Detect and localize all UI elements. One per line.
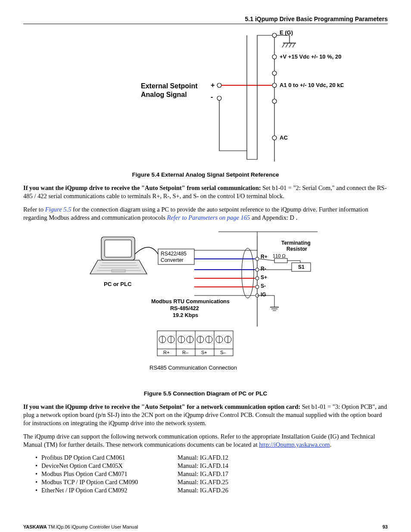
ground-icon bbox=[277, 35, 296, 47]
footer-doc: TM.iQp.06 iQpump Controller User Manual bbox=[47, 524, 138, 529]
figure-5-4: External Setpoint Analog Signal + - E (G… bbox=[23, 30, 388, 168]
svg-line-1 bbox=[282, 43, 285, 47]
block-rminus: R– bbox=[182, 350, 189, 355]
block-splus: S+ bbox=[201, 350, 207, 355]
svg-rect-8 bbox=[105, 240, 131, 257]
term-res-l1: Terminating bbox=[281, 240, 311, 246]
opt-manual: Manual: IG.AFD.17 bbox=[177, 470, 228, 478]
opt-manual: Manual: IG.AFD.12 bbox=[177, 454, 228, 461]
ac-label: AC bbox=[280, 134, 288, 141]
page-footer: YASKAWA TM.iQp.06 iQpump Controller User… bbox=[23, 524, 388, 529]
analog-signal-label: Analog Signal bbox=[141, 91, 187, 98]
footer-page-number: 93 bbox=[383, 524, 388, 529]
resistor-icon bbox=[274, 258, 287, 263]
v-terminal-icon bbox=[272, 55, 277, 59]
list-item: •Modbus Plus Option Card CM071 Manual: I… bbox=[35, 470, 388, 478]
para2-pre: Refer to bbox=[23, 206, 45, 213]
paragraph-serial-com: If you want the iQpump drive to receive … bbox=[23, 184, 388, 200]
v-line-label: +V +15 Vdc +/- 10 %, 20 mA bbox=[280, 53, 343, 60]
sminus-term bbox=[255, 285, 259, 289]
list-item: •EtherNet / IP Option Card CM092 Manual:… bbox=[35, 487, 388, 494]
svg-line-4 bbox=[293, 43, 295, 47]
figure-5-5-caption: Figure 5.5 Connection Diagram of PC or P… bbox=[23, 390, 388, 397]
block-sminus: S– bbox=[220, 350, 226, 355]
external-setpoint-label: External Setpoint bbox=[141, 82, 198, 90]
option-card-list: •Profibus DP Option Card CM061 Manual: I… bbox=[35, 454, 388, 494]
ohm-label: 110 Ω bbox=[273, 253, 286, 258]
mid1-terminal-icon bbox=[272, 71, 277, 75]
para4-post: . bbox=[330, 441, 332, 448]
a1-line-label: A1 0 to +/- 10 Vdc, 20 kΩ* bbox=[280, 82, 343, 88]
rs485-conn-caption: RS485 Communication Connection bbox=[149, 364, 237, 371]
ac-terminal-icon bbox=[272, 136, 277, 140]
a1-terminal-icon bbox=[272, 83, 277, 87]
opt-manual: Manual: IG.AFD.14 bbox=[177, 462, 228, 470]
plus-terminal-icon bbox=[217, 83, 221, 87]
converter-l2: Converter bbox=[161, 257, 184, 263]
splus-term bbox=[255, 277, 259, 280]
s1-label: S1 bbox=[298, 264, 305, 270]
s-minus-label: S- bbox=[261, 283, 266, 289]
paragraph-refer-fig55: Refer to Figure 5.5 for the connection d… bbox=[23, 205, 388, 222]
ig-label: IG bbox=[261, 292, 266, 298]
pc-or-plc-label: PC or PLC bbox=[104, 281, 132, 287]
opt-name: Modbus Plus Option Card CM071 bbox=[41, 470, 128, 477]
plus-label: + bbox=[211, 81, 215, 89]
svg-line-3 bbox=[289, 43, 292, 47]
opt-manual: Manual: IG.AFD.25 bbox=[177, 479, 228, 486]
ig-ground-icon bbox=[257, 296, 279, 311]
laptop-icon bbox=[90, 237, 147, 274]
rplus-term bbox=[255, 257, 259, 261]
r-minus-label: R- bbox=[261, 266, 266, 272]
footer-brand: YASKAWA bbox=[23, 524, 47, 529]
header-rule bbox=[23, 24, 388, 24]
figure-5-4-caption: Figure 5.4 External Analog Signal Setpoi… bbox=[23, 171, 388, 178]
minus-label: - bbox=[211, 93, 213, 100]
paragraph-option-pcb: If you want the iQpump drive to receive … bbox=[23, 403, 388, 427]
opt-name: DeviceNet Option Card CM05X bbox=[41, 462, 123, 469]
figure-5-5: PC or PLC RS422/485 Converter R+ R- S+ S… bbox=[23, 227, 388, 387]
para1-bold: If you want the iQpump drive to receive … bbox=[23, 184, 261, 191]
rminus-term bbox=[255, 268, 259, 271]
opt-name: EtherNet / IP Option Card CM092 bbox=[41, 487, 128, 494]
converter-l1: RS422/485 bbox=[161, 251, 187, 257]
modbus-l2: RS-485/422 bbox=[170, 305, 199, 311]
opt-name: Profibus DP Option Card CM061 bbox=[41, 454, 125, 461]
e-g-label: E (G) bbox=[280, 30, 293, 36]
r-plus-label: R+ bbox=[261, 254, 268, 260]
para3-bold: If you want the iQpump drive to receive … bbox=[23, 403, 300, 410]
link-parameters-165[interactable]: Refer to Parameters on page 165 bbox=[167, 214, 250, 221]
list-item: •Modbus TCP / IP Option Card CM090 Manua… bbox=[35, 479, 388, 486]
opt-manual: Manual: IG.AFD.26 bbox=[177, 487, 228, 494]
minus-terminal-icon bbox=[217, 96, 221, 100]
shield-oval bbox=[242, 248, 254, 298]
list-item: •Profibus DP Option Card CM061 Manual: I… bbox=[35, 454, 388, 461]
modbus-l1: Modbus RTU Communications bbox=[151, 299, 230, 305]
para2-post: and Appendix: D . bbox=[250, 214, 297, 221]
svg-rect-9 bbox=[112, 270, 125, 272]
link-iqpump-site[interactable]: http://iQpump.yaskawa.com bbox=[259, 441, 330, 448]
link-figure-5-5[interactable]: Figure 5.5 bbox=[45, 206, 72, 213]
e-g-terminal-icon bbox=[272, 33, 277, 37]
page-header-section: 5.1 iQpump Drive Basic Programming Param… bbox=[23, 16, 388, 22]
s-plus-label: S+ bbox=[261, 274, 267, 280]
ground-wire bbox=[219, 35, 272, 159]
serial-cable bbox=[135, 247, 158, 254]
mid2-terminal-icon bbox=[272, 99, 277, 103]
block-rplus: R+ bbox=[163, 350, 169, 355]
term-res-l2: Resistor bbox=[286, 246, 307, 252]
list-item: •DeviceNet Option Card CM05X Manual: IG.… bbox=[35, 462, 388, 470]
opt-name: Modbus TCP / IP Option Card CM090 bbox=[41, 479, 138, 485]
paragraph-network-options: The iQpump drive can support the followi… bbox=[23, 432, 388, 449]
modbus-l3: 19.2 Kbps bbox=[173, 312, 198, 318]
svg-line-2 bbox=[286, 43, 288, 47]
